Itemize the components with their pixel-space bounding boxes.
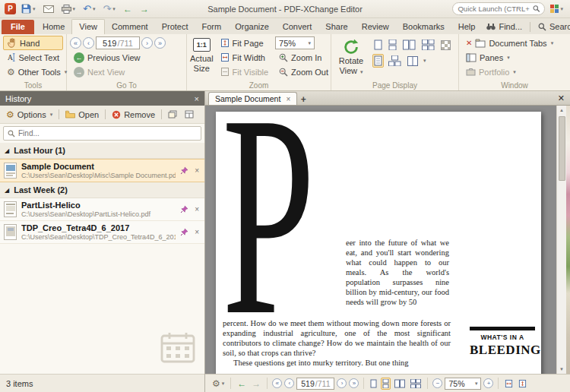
close-document-icon[interactable]: ✕ [558,93,565,103]
transparency-grid-button[interactable] [439,39,452,52]
status-page-number-field[interactable]: 519/711 [296,378,334,390]
status-fit-width-button[interactable] [503,378,515,390]
next-page-button[interactable]: › [141,37,153,49]
close-panel-icon[interactable]: × [195,94,199,103]
email-button[interactable] [41,5,56,14]
quick-launch-input[interactable] [458,5,529,13]
search-button[interactable]: Search... [534,21,570,33]
fit-width-button[interactable]: Fit Width [217,50,272,65]
remove-item-icon[interactable]: × [193,205,201,213]
single-page-button[interactable] [372,38,384,52]
redo-button[interactable]: ↷ ▾ [100,2,117,15]
previous-view-button[interactable]: ← Previous View [70,50,183,65]
pin-icon[interactable] [180,205,188,213]
continuous-page-button[interactable] [387,38,398,52]
print-button[interactable]: ▾ [59,4,78,14]
history-back-button[interactable]: ← [121,3,135,15]
document-tabs-button[interactable]: ✕ Document Tabs ▾ [462,36,567,50]
rotate-view-button[interactable]: Rotate View ▾ [334,36,368,75]
status-previous-view-button[interactable]: ← [236,378,248,390]
portfolio-button[interactable]: Portfolio ▾ [462,65,567,79]
copy-path-button[interactable] [165,109,180,120]
current-display-mode-button[interactable] [372,54,384,68]
scrollbar-thumb[interactable] [559,116,565,181]
history-find-box[interactable] [3,126,201,141]
other-tools-button[interactable]: ⚙ Other Tools ▾ [3,65,63,79]
status-continuous-button[interactable] [381,378,391,390]
status-previous-page-button[interactable]: ‹ [284,378,294,388]
status-first-page-button[interactable]: « [272,378,282,388]
tab-home[interactable]: Home [36,20,71,34]
status-next-page-button[interactable]: › [337,378,347,388]
tab-share[interactable]: Share [318,20,354,34]
first-page-button[interactable]: « [70,37,81,49]
next-view-button[interactable]: → Next View [70,65,183,79]
fit-visible-button[interactable]: Fit Visible [217,65,272,79]
two-pages-continuous-button[interactable] [420,38,436,52]
history-options-button[interactable]: ⚙ Options ▾ [3,108,55,122]
zoom-in-button[interactable]: Zoom In [275,50,332,65]
cover-mode-button[interactable] [387,54,403,68]
tab-convert[interactable]: Convert [276,20,319,34]
tab-file[interactable]: File [2,20,34,34]
previous-page-button[interactable]: ‹ [83,37,94,49]
status-two-pages-continuous-button[interactable] [409,378,423,390]
page-display-more-dropdown[interactable]: ▾ [423,58,426,64]
tab-form[interactable]: Form [195,20,229,34]
history-item[interactable]: PartList-Helico C:\Users\Sean\Desktop\Pa… [0,198,204,221]
two-pages-button[interactable] [401,38,417,52]
history-forward-button[interactable]: → [138,3,151,15]
pdf-file-icon [4,163,17,179]
remove-item-icon[interactable]: × [193,228,201,236]
history-item[interactable]: TDP_Creo_Tetra4D_6_2017 C:\Users\Sean\De… [0,221,204,244]
new-tab-button[interactable]: + [297,93,309,105]
close-tab-icon[interactable]: × [286,95,290,103]
arrange-windows-button[interactable] [182,109,197,120]
tab-comment[interactable]: Comment [105,20,155,34]
history-item[interactable]: Sample Document C:\Users\Sean\Desktop\Mi… [0,159,204,182]
last-page-button[interactable]: » [154,37,166,49]
find-button[interactable]: Find... [482,21,527,33]
undo-button[interactable]: ↶ ▾ [81,2,97,15]
status-last-page-button[interactable]: » [349,378,359,388]
tab-protect[interactable]: Protect [155,20,195,34]
zoom-level-field[interactable]: 75% ▾ [275,36,315,49]
select-text-button[interactable]: A Select Text [3,50,63,65]
history-section-last-week[interactable]: ◢ Last Week (2) [0,182,204,198]
history-remove-button[interactable]: Remove [109,109,158,121]
status-options-button[interactable]: ⚙ ▾ [211,378,226,390]
customize-ui-button[interactable]: ▾ [548,4,565,14]
tab-view[interactable]: View [71,19,105,34]
status-two-pages-button[interactable] [393,378,407,390]
save-button[interactable]: ▾ [19,3,38,14]
zoom-out-button[interactable]: Zoom Out [275,65,332,79]
tab-review[interactable]: Review [355,20,396,34]
actual-size-button[interactable]: 1:1 Actual Size [190,36,214,79]
history-find-input[interactable] [18,129,197,138]
tab-organize[interactable]: Organize [228,20,276,34]
vertical-scrollbar[interactable]: ▲ ▼ [556,106,566,374]
document-tab[interactable]: Sample Document × [208,92,297,105]
status-zoom-in-button[interactable]: + [483,378,493,388]
remove-item-icon[interactable]: × [193,166,201,175]
quick-launch-box[interactable] [452,2,545,15]
pin-icon[interactable] [180,228,188,236]
hand-tool-button[interactable]: Hand [3,36,63,50]
status-single-page-button[interactable] [369,378,378,390]
pin-icon[interactable] [180,166,188,175]
tab-bookmarks[interactable]: Bookmarks [396,20,451,34]
status-zoom-field[interactable]: 75% ▾ [445,378,481,390]
history-open-button[interactable]: Open [62,109,102,121]
panes-button[interactable]: Panes ▾ [462,50,567,65]
scroll-up-icon[interactable]: ▲ [557,106,567,115]
page-number-field[interactable]: 519/711 [96,36,140,49]
status-next-view-button[interactable]: → [250,378,262,390]
scroll-down-icon[interactable]: ▼ [557,365,567,374]
fit-page-button[interactable]: Fit Page [217,36,272,50]
document-viewport[interactable]: P eer into the future of what we eat, an… [205,106,570,374]
status-fit-page-button[interactable] [517,378,528,390]
status-zoom-out-button[interactable]: − [432,378,442,388]
tab-help[interactable]: Help [451,20,483,34]
split-view-button[interactable] [406,55,420,68]
history-section-last-hour[interactable]: ◢ Last Hour (1) [0,143,204,159]
